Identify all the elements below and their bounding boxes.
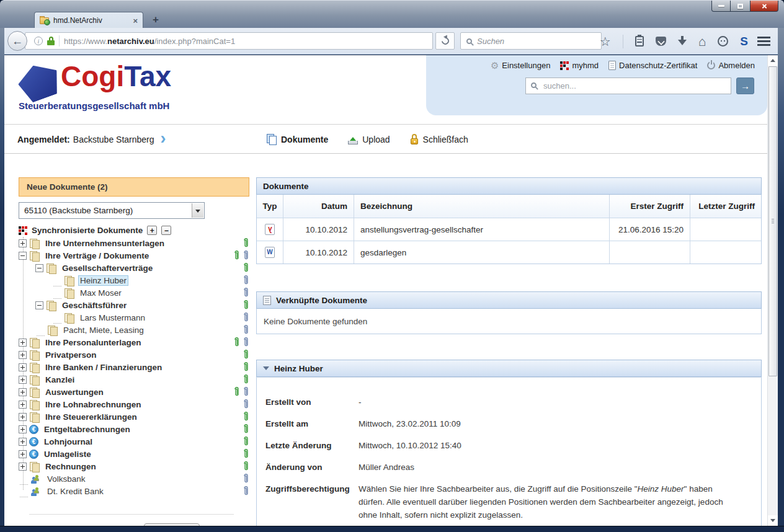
tree-item-label[interactable]: Dt. Kredit Bank bbox=[45, 486, 105, 497]
logout-link[interactable]: Abmelden bbox=[707, 61, 755, 70]
tree-item[interactable]: €Lohnjournal bbox=[19, 435, 249, 448]
tree-item-label[interactable]: Ihre Verträge / Dokumente bbox=[43, 250, 151, 261]
tree-item[interactable]: Ihre Personalunterlagen bbox=[19, 336, 249, 348]
privacy-certificate-link[interactable]: Datenschutz-Zertifikat bbox=[608, 61, 697, 70]
tree-item[interactable]: Ihre Verträge / Dokumente bbox=[19, 249, 249, 262]
tree-item[interactable]: Privatperson bbox=[19, 348, 249, 361]
scrollbar-thumb[interactable] bbox=[768, 66, 777, 376]
expand-plus-icon[interactable] bbox=[19, 438, 27, 446]
tree-item-label[interactable]: Geschäftsführer bbox=[60, 300, 128, 311]
tree-item[interactable]: €Umlageliste bbox=[19, 448, 249, 460]
document-name-link[interactable]: gesdarlegen bbox=[354, 241, 609, 264]
chat-icon[interactable] bbox=[718, 36, 728, 47]
tree-item-label[interactable]: Pacht, Miete, Leasing bbox=[61, 325, 146, 335]
menu-item-upload[interactable]: Upload bbox=[348, 134, 390, 144]
home-icon[interactable]: ⌂ bbox=[698, 35, 706, 48]
close-button[interactable] bbox=[750, 1, 778, 12]
tree-item-label[interactable]: Ihre Personalunterlagen bbox=[43, 337, 143, 348]
tree-item[interactable]: Gesellschafterverträge bbox=[19, 262, 249, 274]
tree-item[interactable]: Ihre Lohnabrechnungen bbox=[19, 398, 249, 410]
tree-item[interactable]: Dt. Kredit Bank bbox=[19, 485, 249, 497]
downloads-icon[interactable] bbox=[678, 36, 687, 47]
expand-plus-icon[interactable] bbox=[19, 339, 27, 347]
new-tab-button[interactable]: + bbox=[149, 13, 163, 27]
tree-item-label[interactable]: Ihre Steuererklärungen bbox=[43, 412, 139, 422]
collapse-minus-icon[interactable] bbox=[35, 301, 43, 309]
document-name-link[interactable]: anstellungsvertrag-gesellschafter bbox=[354, 218, 609, 241]
tree-item[interactable]: Volksbank bbox=[19, 472, 249, 485]
url-bar[interactable]: i https://www.netarchiv.eu/index.php?mai… bbox=[25, 32, 433, 50]
scrollbar-down-button[interactable] bbox=[768, 515, 778, 526]
expand-plus-icon[interactable] bbox=[19, 425, 27, 433]
tree-item-label[interactable]: Auswertungen bbox=[43, 387, 105, 397]
expand-plus-icon[interactable] bbox=[19, 239, 27, 247]
page-scrollbar[interactable] bbox=[767, 55, 778, 526]
tree-item[interactable]: Ihre Banken / Finanzierungen bbox=[19, 361, 249, 373]
info-icon[interactable]: i bbox=[34, 37, 43, 45]
bookmarks-clipboard-icon[interactable] bbox=[635, 36, 644, 47]
tree-item[interactable]: Auswertungen bbox=[19, 386, 249, 398]
tree-item[interactable]: Lars Mustermann bbox=[19, 311, 249, 324]
column-letzter-zugriff[interactable]: Letzter Zugriff bbox=[690, 195, 761, 218]
browser-search-box[interactable]: Suchen bbox=[460, 32, 602, 50]
tree-root[interactable]: Synchronisierte Dokumente + − bbox=[19, 224, 249, 237]
tree-item-label[interactable]: Gesellschafterverträge bbox=[60, 263, 154, 273]
collapse-triangle-icon[interactable] bbox=[263, 366, 269, 370]
minimize-button[interactable] bbox=[711, 1, 731, 12]
https-lock-icon[interactable] bbox=[47, 37, 55, 45]
document-row[interactable]: W10.10.2012gesdarlegen bbox=[257, 241, 761, 264]
scrollbar-up-button[interactable] bbox=[768, 55, 778, 66]
tree-item[interactable]: Ihre Unternehmensunterlagen bbox=[19, 237, 249, 249]
tree-item-label[interactable]: Kanzlei bbox=[43, 375, 76, 385]
detail-panel-header[interactable]: Heinz Huber bbox=[256, 360, 762, 377]
menu-hamburger-icon[interactable] bbox=[757, 37, 770, 46]
column-datum[interactable]: Datum bbox=[283, 195, 354, 218]
tree-item-label[interactable]: Privatperson bbox=[43, 350, 99, 360]
back-button[interactable]: ← bbox=[7, 31, 27, 51]
tree-item[interactable]: Geschäftsführer bbox=[19, 299, 249, 311]
expand-plus-icon[interactable] bbox=[19, 376, 27, 384]
restore-button[interactable] bbox=[731, 1, 750, 12]
tree-root-label[interactable]: Synchronisierte Dokumente bbox=[32, 226, 143, 235]
client-select[interactable]: 65110 (Backstube Starnberg) bbox=[19, 202, 205, 219]
select-dropdown-button[interactable] bbox=[192, 203, 203, 218]
bookmark-star-icon[interactable]: ☆ bbox=[600, 35, 611, 48]
collapse-minus-icon[interactable] bbox=[35, 264, 43, 272]
expand-all-button[interactable]: + bbox=[147, 226, 157, 235]
collapse-all-button[interactable]: − bbox=[161, 226, 171, 235]
tree-item[interactable]: Kanzlei bbox=[19, 373, 249, 386]
column-bezeichnung[interactable]: Bezeichnung bbox=[354, 195, 609, 218]
tree-item-label[interactable]: Umlageliste bbox=[42, 449, 93, 459]
collapse-minus-icon[interactable] bbox=[19, 252, 27, 260]
tree-item-label[interactable]: Entgeltabrechnungen bbox=[42, 424, 132, 435]
settings-link[interactable]: ⚙ Einstellungen bbox=[491, 61, 551, 70]
tree-item[interactable]: Pacht, Miete, Leasing bbox=[19, 324, 249, 336]
expand-plus-icon[interactable] bbox=[19, 401, 27, 409]
column-typ[interactable]: Typ bbox=[257, 195, 283, 218]
skype-icon[interactable]: S bbox=[740, 35, 748, 47]
tree-item[interactable]: €Entgeltabrechnungen bbox=[19, 423, 249, 435]
menu-item-dokumente[interactable]: Dokumente bbox=[267, 134, 328, 144]
tree-item[interactable]: Heinz Huber bbox=[19, 274, 249, 286]
tree-item-label[interactable]: Ihre Unternehmensunterlagen bbox=[43, 238, 166, 249]
word-file-icon[interactable]: W bbox=[265, 247, 275, 258]
tree-item-label[interactable]: Heinz Huber bbox=[78, 275, 128, 286]
tree-item-label[interactable]: Max Moser bbox=[78, 288, 123, 298]
expand-plus-icon[interactable] bbox=[19, 363, 27, 371]
expand-plus-icon[interactable] bbox=[19, 463, 27, 471]
tree-item[interactable]: Ihre Steuererklärungen bbox=[19, 410, 249, 423]
tree-item-label[interactable]: Lohnjournal bbox=[42, 437, 94, 447]
titlebar[interactable]: hmd.NetArchiv × + bbox=[0, 0, 784, 28]
url-text[interactable]: https://www.netarchiv.eu/index.php?mainC… bbox=[64, 37, 235, 46]
tree-item-label[interactable]: Ihre Banken / Finanzierungen bbox=[43, 362, 164, 373]
document-row[interactable]: λ10.10.2012anstellungsvertrag-gesellscha… bbox=[257, 218, 761, 241]
expand-plus-icon[interactable] bbox=[19, 413, 27, 421]
tab-close-icon[interactable]: × bbox=[133, 17, 138, 25]
column-erster-zugriff[interactable]: Erster Zugriff bbox=[609, 195, 690, 218]
tree-item-label[interactable]: Volksbank bbox=[45, 474, 87, 484]
expand-plus-icon[interactable] bbox=[19, 351, 27, 359]
tree-item[interactable]: Max Moser bbox=[19, 286, 249, 299]
pocket-icon[interactable] bbox=[656, 37, 666, 46]
menu-item-schliessfach[interactable]: Schließfach bbox=[410, 134, 468, 144]
site-search-go-button[interactable]: → bbox=[736, 78, 754, 94]
